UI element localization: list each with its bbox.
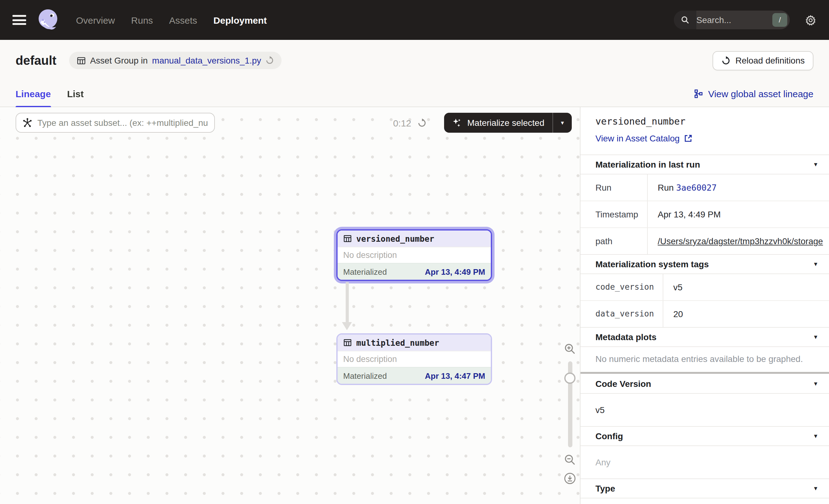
page-header: default Asset Group in manual_data_versi…: [0, 40, 829, 81]
row-label: path: [580, 228, 648, 254]
main-content: 0:12 Materialize selected ▼: [0, 107, 829, 504]
view-in-asset-catalog-link[interactable]: View in Asset Catalog: [596, 133, 814, 143]
section-heading-label: Materialization system tags: [596, 259, 709, 269]
section-type[interactable]: Type ▼: [580, 478, 829, 498]
view-tabs: Lineage List View global asset lineage: [0, 81, 829, 107]
table-row: Timestamp Apr 13, 4:49 PM: [580, 201, 829, 228]
zoom-slider-handle[interactable]: [564, 372, 576, 384]
page-title: default: [15, 53, 57, 68]
code-version-value: v5: [580, 393, 829, 426]
asset-details-panel: versioned_number View in Asset Catalog M…: [580, 107, 829, 504]
nav-item-assets[interactable]: Assets: [169, 15, 197, 25]
panel-bottom-spacer: [580, 498, 829, 504]
search-icon: [674, 10, 696, 29]
materialize-selected-button[interactable]: Materialize selected ▼: [444, 113, 572, 133]
row-label: code_version: [580, 274, 663, 300]
section-code-version[interactable]: Code Version ▼: [580, 374, 829, 393]
timestamp-value: Apr 13, 4:49 PM: [648, 201, 829, 227]
section-heading-label: Config: [596, 431, 623, 441]
asset-materialization-time-link[interactable]: Apr 13, 4:49 PM: [425, 267, 485, 276]
tab-lineage[interactable]: Lineage: [15, 81, 51, 107]
reload-definitions-button[interactable]: Reload definitions: [712, 51, 814, 70]
system-tags-table: code_version v5 data_version 20: [580, 274, 829, 327]
dagster-logo-icon[interactable]: [36, 7, 61, 32]
asset-subset-input[interactable]: [37, 118, 208, 128]
caret-down-icon: ▼: [813, 380, 819, 387]
table-grid-icon: [343, 338, 352, 347]
catalog-link-label: View in Asset Catalog: [596, 133, 680, 143]
asset-status: Materialized: [343, 267, 387, 276]
zoom-controls: [562, 343, 578, 485]
table-grid-icon: [76, 56, 86, 65]
table-grid-icon: [343, 234, 352, 243]
panel-asset-title: versioned_number: [596, 116, 814, 127]
asset-subset-filter[interactable]: [15, 113, 215, 133]
view-global-asset-lineage-link[interactable]: View global asset lineage: [694, 88, 814, 99]
asset-name: multiplied_number: [356, 338, 439, 347]
section-metadata-plots[interactable]: Metadata plots ▼: [580, 327, 829, 347]
asset-node-versioned-number[interactable]: versioned_number No description Material…: [336, 229, 492, 281]
global-lineage-label: View global asset lineage: [708, 88, 814, 99]
section-heading-label: Materialization in last run: [596, 159, 700, 170]
run-prefix: Run: [658, 183, 676, 192]
op-selector-icon: [23, 118, 32, 128]
nav-item-deployment[interactable]: Deployment: [213, 15, 267, 25]
external-link-icon: [684, 134, 693, 143]
asset-status: Materialized: [343, 371, 387, 380]
table-row: code_version v5: [580, 274, 829, 301]
last-run-table: Run Run 3ae60027 Timestamp Apr 13, 4:49 …: [580, 174, 829, 254]
section-heading-label: Type: [596, 483, 615, 494]
row-value: 20: [663, 301, 829, 327]
table-row: Run Run 3ae60027: [580, 174, 829, 201]
zoom-in-icon[interactable]: [564, 343, 576, 355]
dagster-app: Overview Runs Assets Deployment / defaul…: [0, 0, 829, 504]
section-heading-label: Code Version: [596, 379, 651, 389]
asset-group-prefix: Asset Group in: [90, 56, 148, 65]
table-row: data_version 20: [580, 301, 829, 327]
reload-code-location-icon[interactable]: [266, 56, 274, 65]
run-id-link[interactable]: 3ae60027: [676, 183, 717, 192]
materialize-label: Materialize selected: [467, 118, 544, 128]
metadata-plots-empty-state: No numeric metadata entries available to…: [580, 347, 829, 372]
lineage-graph-icon: [694, 89, 703, 99]
zoom-slider[interactable]: [568, 361, 572, 447]
global-search[interactable]: /: [674, 10, 790, 29]
path-link[interactable]: /Users/sryza/dagster/tmp3hzzvh0k/storage: [658, 236, 823, 246]
download-image-icon[interactable]: [564, 472, 576, 485]
section-materialization-in-last-run[interactable]: Materialization in last run ▼: [580, 154, 829, 174]
row-label: Timestamp: [580, 201, 648, 227]
nav-item-overview[interactable]: Overview: [76, 15, 115, 25]
graph-toolbar-right: 0:12 Materialize selected ▼: [393, 113, 572, 133]
lineage-graph-canvas[interactable]: 0:12 Materialize selected ▼: [0, 107, 580, 504]
asset-name: versioned_number: [356, 234, 434, 243]
config-value: Any: [580, 445, 829, 478]
asset-node-multiplied-number[interactable]: multiplied_number No description Materia…: [336, 333, 492, 385]
caret-down-icon: ▼: [813, 261, 819, 267]
section-heading-label: Metadata plots: [596, 332, 656, 342]
search-input[interactable]: [696, 15, 772, 25]
zoom-out-icon[interactable]: [564, 454, 576, 466]
section-materialization-system-tags[interactable]: Materialization system tags ▼: [580, 254, 829, 274]
caret-down-icon: ▼: [813, 161, 819, 168]
asset-description: No description: [337, 351, 491, 367]
materialize-dropdown-caret[interactable]: ▼: [553, 113, 572, 133]
tab-list[interactable]: List: [67, 81, 83, 107]
gear-icon[interactable]: [805, 14, 817, 26]
nav-links: Overview Runs Assets Deployment: [76, 15, 267, 25]
asset-group-file-link[interactable]: manual_data_versions_1.py: [152, 56, 261, 65]
caret-down-icon: ▼: [813, 433, 819, 439]
section-config[interactable]: Config ▼: [580, 426, 829, 445]
menu-icon[interactable]: [12, 15, 26, 25]
row-label: Run: [580, 174, 648, 201]
asset-materialization-time-link[interactable]: Apr 13, 4:47 PM: [425, 371, 485, 380]
graph-refresh-icon[interactable]: [418, 118, 427, 128]
caret-down-icon: ▼: [813, 485, 819, 492]
refresh-timer: 0:12: [393, 117, 411, 128]
sparkle-icon: [453, 118, 463, 128]
top-nav: Overview Runs Assets Deployment /: [0, 0, 829, 40]
reload-definitions-label: Reload definitions: [735, 56, 805, 65]
asset-group-breadcrumb: Asset Group in manual_data_versions_1.py: [69, 52, 282, 69]
search-shortcut-badge: /: [772, 13, 787, 27]
nav-item-runs[interactable]: Runs: [131, 15, 153, 25]
refresh-icon: [721, 56, 730, 65]
